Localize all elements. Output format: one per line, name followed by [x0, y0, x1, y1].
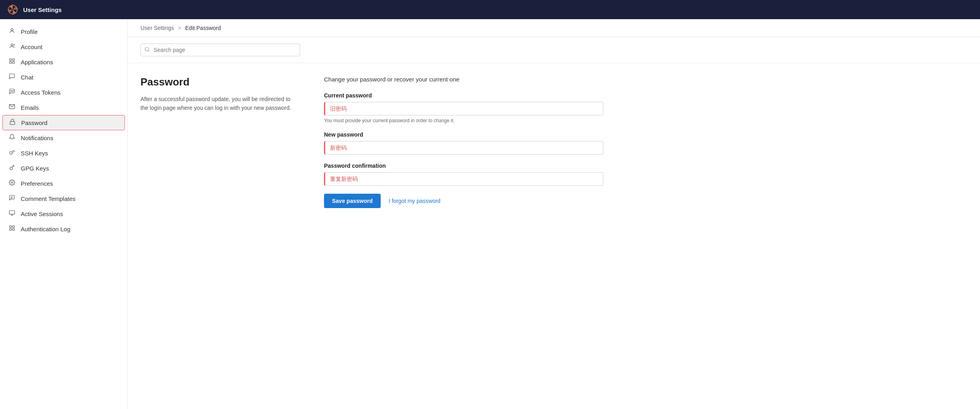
sidebar-label-preferences: Preferences [21, 180, 53, 187]
sidebar-item-ssh-keys[interactable]: SSH Keys [0, 145, 127, 161]
content-left: Password After a successful password upd… [140, 76, 292, 208]
current-password-label: Current password [324, 92, 603, 99]
svg-rect-24 [10, 228, 12, 230]
sidebar-item-comment-templates[interactable]: Comment Templates [0, 191, 127, 206]
breadcrumb-current: Edit Password [185, 25, 221, 31]
sidebar-label-ssh-keys: SSH Keys [21, 150, 48, 157]
current-password-group: Current password You must provide your c… [324, 92, 603, 123]
sidebar-label-password: Password [21, 119, 47, 126]
sidebar-item-chat[interactable]: Chat [0, 69, 127, 85]
page-description: After a successful password update, you … [140, 95, 292, 113]
notifications-icon [8, 134, 16, 142]
svg-rect-13 [10, 121, 15, 124]
new-password-label: New password [324, 131, 603, 138]
logo-area: User Settings [6, 3, 62, 16]
active-sessions-icon [8, 210, 16, 218]
preferences-icon [8, 179, 16, 187]
svg-point-11 [13, 91, 13, 91]
sidebar-item-notifications[interactable]: Notifications [0, 130, 127, 145]
sidebar-label-profile: Profile [21, 28, 38, 35]
sidebar-item-active-sessions[interactable]: Active Sessions [0, 206, 127, 221]
top-bar: User Settings [0, 0, 980, 19]
sidebar-label-active-sessions: Active Sessions [21, 210, 63, 217]
sidebar-label-account: Account [21, 44, 42, 50]
form-actions: Save password I forgot my password [324, 194, 603, 208]
sidebar-label-access-tokens: Access Tokens [21, 89, 61, 96]
change-password-subtitle: Change your password or recover your cur… [324, 76, 603, 83]
profile-icon [8, 28, 16, 36]
forgot-password-link[interactable]: I forgot my password [389, 198, 441, 204]
svg-point-15 [10, 167, 13, 170]
sidebar-item-access-tokens[interactable]: Access Tokens [0, 85, 127, 100]
search-input[interactable] [140, 44, 300, 56]
app-logo-icon [6, 3, 19, 16]
sidebar-label-applications: Applications [21, 59, 53, 66]
svg-rect-19 [9, 210, 14, 214]
svg-rect-6 [12, 59, 14, 61]
svg-rect-25 [12, 228, 14, 230]
page-heading: Password [140, 76, 292, 88]
svg-point-10 [11, 91, 11, 91]
emails-icon [8, 103, 16, 111]
svg-rect-7 [10, 62, 12, 64]
access-tokens-icon [8, 88, 16, 96]
breadcrumb-separator: > [178, 25, 181, 31]
chat-icon [8, 73, 16, 81]
svg-point-2 [11, 44, 13, 46]
sidebar-item-authentication-log[interactable]: Authentication Log [0, 221, 127, 236]
sidebar-label-comment-templates: Comment Templates [21, 195, 75, 202]
password-icon [8, 119, 16, 127]
content-right: Change your password or recover your cur… [324, 76, 603, 208]
breadcrumb-parent[interactable]: User Settings [140, 25, 174, 31]
svg-point-14 [10, 152, 12, 155]
sidebar-item-profile[interactable]: Profile [0, 24, 127, 39]
authentication-log-icon [8, 225, 16, 233]
breadcrumb: User Settings > Edit Password [128, 19, 980, 37]
new-password-group: New password [324, 131, 603, 155]
svg-point-1 [11, 29, 13, 31]
svg-rect-8 [12, 62, 14, 64]
sidebar-item-preferences[interactable]: Preferences [0, 176, 127, 191]
sidebar-label-emails: Emails [21, 104, 39, 111]
current-password-input[interactable] [324, 102, 603, 115]
confirm-password-input[interactable] [324, 172, 603, 186]
sidebar-label-chat: Chat [21, 74, 34, 81]
search-icon [144, 47, 150, 54]
svg-line-27 [148, 50, 150, 52]
app-title: User Settings [23, 6, 62, 13]
sidebar: Profile Account Applications Chat [0, 19, 128, 409]
svg-point-16 [11, 182, 13, 183]
svg-rect-22 [10, 226, 12, 228]
sidebar-item-applications[interactable]: Applications [0, 54, 127, 69]
sidebar-item-gpg-keys[interactable]: GPG Keys [0, 161, 127, 176]
search-bar-container [128, 37, 980, 63]
confirm-password-label: Password confirmation [324, 163, 603, 169]
account-icon [8, 43, 16, 51]
save-password-button[interactable]: Save password [324, 194, 381, 208]
svg-point-26 [145, 47, 149, 51]
svg-rect-5 [10, 59, 12, 61]
current-password-hint: You must provide your current password i… [324, 118, 603, 123]
content-area: Password After a successful password upd… [128, 63, 980, 221]
ssh-keys-icon [8, 149, 16, 157]
sidebar-label-authentication-log: Authentication Log [21, 226, 70, 232]
sidebar-label-gpg-keys: GPG Keys [21, 165, 49, 172]
svg-rect-23 [12, 226, 14, 228]
applications-icon [8, 58, 16, 66]
sidebar-item-account[interactable]: Account [0, 39, 127, 54]
search-input-wrapper [140, 44, 300, 56]
sidebar-item-emails[interactable]: Emails [0, 100, 127, 115]
new-password-input[interactable] [324, 141, 603, 155]
sidebar-item-password[interactable]: Password [2, 115, 125, 130]
layout: Profile Account Applications Chat [0, 19, 980, 409]
main-content: User Settings > Edit Password Password A… [128, 19, 980, 409]
gpg-keys-icon [8, 164, 16, 172]
svg-point-9 [12, 91, 12, 91]
comment-templates-icon [8, 195, 16, 203]
sidebar-label-notifications: Notifications [21, 135, 53, 141]
confirm-password-group: Password confirmation [324, 163, 603, 186]
